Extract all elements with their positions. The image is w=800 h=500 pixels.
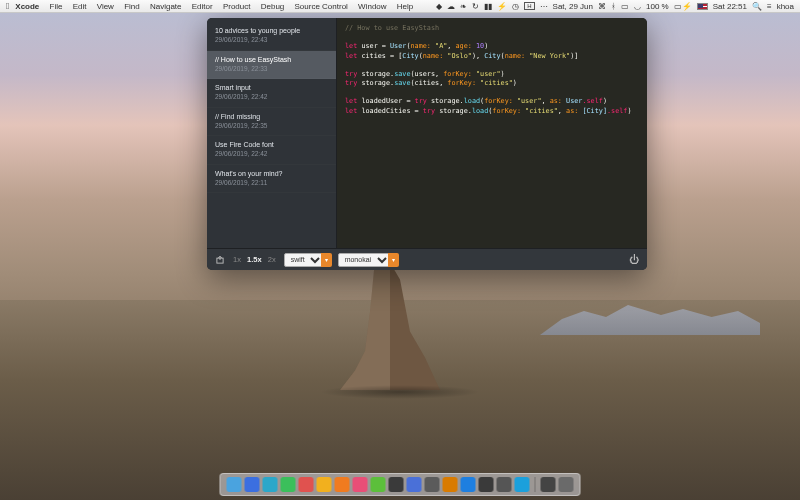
- dock-app[interactable]: [299, 477, 314, 492]
- battery-icon[interactable]: ▭⚡: [674, 2, 692, 11]
- select-arrow-icon: ▾: [388, 253, 399, 267]
- menu-editor[interactable]: Editor: [192, 2, 213, 11]
- dock-app[interactable]: [371, 477, 386, 492]
- theme-select[interactable]: monokai: [338, 253, 391, 267]
- window-toolbar: 1x 1.5x 2x swift ▾ monokai ▾ ⏻: [207, 248, 647, 270]
- code-line: // How to use EasyStash: [345, 24, 439, 32]
- note-item[interactable]: Smart input 29/06/2019, 22:42: [207, 79, 336, 108]
- dock-app[interactable]: [389, 477, 404, 492]
- menu-help[interactable]: Help: [397, 2, 413, 11]
- menubar-date[interactable]: Sat, 29 Jun: [553, 2, 593, 11]
- mac-menubar:  Xcode File Edit View Find Navigate Edi…: [0, 0, 800, 13]
- dock-app[interactable]: [443, 477, 458, 492]
- dock-app[interactable]: [281, 477, 296, 492]
- dock-app[interactable]: [317, 477, 332, 492]
- apple-menu-icon[interactable]: : [6, 1, 9, 11]
- note-date: 29/06/2019, 22:42: [215, 150, 328, 158]
- note-title: 10 advices to young people: [215, 26, 328, 35]
- dock-app[interactable]: [407, 477, 422, 492]
- status-cloud-icon[interactable]: ☁: [447, 2, 455, 11]
- export-icon[interactable]: [215, 255, 225, 265]
- note-item[interactable]: // Find missing 29/06/2019, 22:35: [207, 108, 336, 137]
- status-badge-icon[interactable]: H: [524, 2, 534, 10]
- zoom-levels: 1x 1.5x 2x: [231, 255, 278, 264]
- note-item[interactable]: Use Fire Code font 29/06/2019, 22:42: [207, 136, 336, 165]
- menu-source-control[interactable]: Source Control: [295, 2, 348, 11]
- note-item[interactable]: // How to use EasyStash 29/06/2019, 22:3…: [207, 51, 336, 80]
- status-bolt-icon[interactable]: ⚡: [497, 2, 507, 11]
- notification-center-icon[interactable]: ≡: [767, 2, 772, 11]
- zoom-1-5x[interactable]: 1.5x: [247, 255, 262, 264]
- spotlight-icon[interactable]: 🔍: [752, 2, 762, 11]
- dock-app[interactable]: [479, 477, 494, 492]
- notes-sidebar: 10 advices to young people 29/06/2019, 2…: [207, 18, 337, 248]
- select-arrow-icon: ▾: [321, 253, 332, 267]
- language-select[interactable]: swift: [284, 253, 324, 267]
- notes-app-window: 10 advices to young people 29/06/2019, 2…: [207, 18, 647, 270]
- dock: [220, 473, 581, 496]
- note-title: Smart input: [215, 83, 328, 92]
- dock-app[interactable]: [425, 477, 440, 492]
- menu-file[interactable]: File: [50, 2, 63, 11]
- note-title: What's on your mind?: [215, 169, 328, 178]
- input-source-flag-icon[interactable]: [697, 3, 708, 10]
- note-item[interactable]: 10 advices to young people 29/06/2019, 2…: [207, 22, 336, 51]
- note-title: Use Fire Code font: [215, 140, 328, 149]
- status-wifi-icon[interactable]: ◡: [634, 2, 641, 11]
- note-item[interactable]: What's on your mind? 29/06/2019, 22:11: [207, 165, 336, 194]
- menu-navigate[interactable]: Navigate: [150, 2, 182, 11]
- note-date: 29/06/2019, 22:42: [215, 93, 328, 101]
- zoom-1x[interactable]: 1x: [233, 255, 241, 264]
- menu-edit[interactable]: Edit: [73, 2, 87, 11]
- dock-app[interactable]: [263, 477, 278, 492]
- note-date: 29/06/2019, 22:35: [215, 122, 328, 130]
- note-date: 29/06/2019, 22:33: [215, 65, 328, 73]
- desktop-rock-shadow: [320, 385, 480, 399]
- app-name[interactable]: Xcode: [15, 2, 39, 11]
- status-display-icon[interactable]: ▭: [621, 2, 629, 11]
- note-date: 29/06/2019, 22:11: [215, 179, 328, 187]
- note-title: // How to use EasyStash: [215, 55, 328, 64]
- menu-debug[interactable]: Debug: [261, 2, 285, 11]
- menu-find[interactable]: Find: [124, 2, 140, 11]
- status-leaf-icon[interactable]: ❧: [460, 2, 467, 11]
- dock-app[interactable]: [227, 477, 242, 492]
- status-icon-1[interactable]: ◆: [436, 2, 442, 11]
- dock-app[interactable]: [353, 477, 368, 492]
- status-clock-icon[interactable]: ◷: [512, 2, 519, 11]
- menu-window[interactable]: Window: [358, 2, 386, 11]
- note-title: // Find missing: [215, 112, 328, 121]
- dock-app[interactable]: [245, 477, 260, 492]
- note-date: 29/06/2019, 22:43: [215, 36, 328, 44]
- dock-app[interactable]: [461, 477, 476, 492]
- status-dot-icon[interactable]: ⋯: [540, 2, 548, 11]
- status-link-icon[interactable]: ⌘: [598, 2, 606, 11]
- status-pause-icon[interactable]: ▮▮: [484, 2, 492, 11]
- menubar-time[interactable]: Sat 22:51: [713, 2, 747, 11]
- power-icon[interactable]: ⏻: [629, 254, 639, 265]
- menu-view[interactable]: View: [97, 2, 114, 11]
- status-sync-icon[interactable]: ↻: [472, 2, 479, 11]
- dock-separator: [535, 477, 536, 492]
- dock-app[interactable]: [515, 477, 530, 492]
- dock-app[interactable]: [335, 477, 350, 492]
- menu-product[interactable]: Product: [223, 2, 251, 11]
- dock-app[interactable]: [541, 477, 556, 492]
- battery-percent[interactable]: 100 %: [646, 2, 669, 11]
- menubar-user[interactable]: khoa: [777, 2, 794, 11]
- dock-trash[interactable]: [559, 477, 574, 492]
- app-menus: Xcode File Edit View Find Navigate Edito…: [15, 2, 421, 11]
- zoom-2x[interactable]: 2x: [268, 255, 276, 264]
- code-editor[interactable]: // How to use EasyStash let user = User(…: [337, 18, 647, 248]
- dock-app[interactable]: [497, 477, 512, 492]
- status-bluetooth-icon[interactable]: ᚼ: [611, 2, 616, 11]
